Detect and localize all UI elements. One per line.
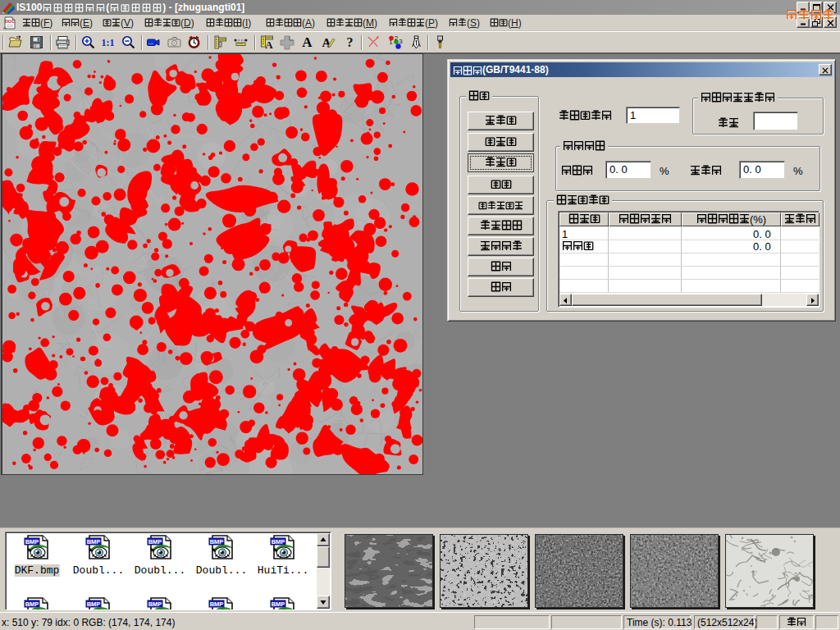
svg-text:1:1: 1:1	[102, 37, 115, 48]
svg-text:2: 2	[395, 34, 399, 42]
svg-text:DOC: DOC	[5, 19, 15, 24]
svg-text:1: 1	[389, 39, 393, 46]
svg-text:3: 3	[399, 38, 403, 45]
svg-text:A: A	[265, 39, 273, 51]
svg-text:A: A	[302, 34, 313, 50]
svg-text:?: ?	[347, 35, 354, 49]
